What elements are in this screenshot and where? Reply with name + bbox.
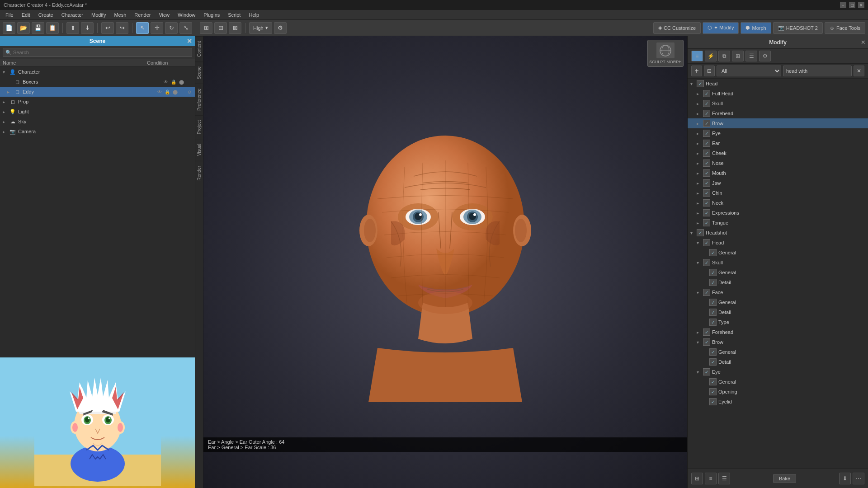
morph-item-hs-brow[interactable]: ▾ Brow (688, 337, 868, 347)
settings-button[interactable]: ⚙ (274, 22, 287, 34)
rp-bottom-menu-icon[interactable]: ☰ (718, 473, 730, 484)
morph-item-head[interactable]: ▾ Head (688, 79, 868, 89)
morph-item-brow[interactable]: ▸ Brow (688, 118, 868, 128)
menu-script[interactable]: Script (224, 11, 244, 19)
lock-icon[interactable]: 🔒 (164, 89, 171, 94)
scene-item-prop[interactable]: ▸ ◻ Prop (0, 97, 195, 107)
scene-item-light[interactable]: ▸ 💡 Light (0, 107, 195, 117)
morph-search-clear[interactable]: ✕ (854, 66, 864, 76)
menu-file[interactable]: File (2, 11, 17, 19)
rp-bottom-bars-icon[interactable]: ≡ (705, 473, 717, 484)
morph-item-full-head[interactable]: ▸ Full Head (688, 89, 868, 99)
menu-modify[interactable]: Modify (88, 11, 109, 19)
morph-item-hs-face-type[interactable]: Type (688, 317, 868, 327)
morph-check-nose[interactable] (703, 160, 710, 167)
scene-tab[interactable]: Scene (195, 61, 203, 84)
import-button[interactable]: ⬆ (66, 22, 79, 34)
save-button[interactable]: 💾 (32, 22, 44, 34)
morph-item-chin[interactable]: ▸ Chin (688, 188, 868, 198)
morph-item-hs-head[interactable]: ▾ Head (688, 238, 868, 248)
morph-check-ear[interactable] (703, 140, 710, 147)
menu-create[interactable]: Create (35, 11, 57, 19)
morph-check-hs-eye-general[interactable] (709, 378, 717, 385)
visibility-icon[interactable]: 👁 (163, 80, 169, 84)
morph-check-skull[interactable] (703, 100, 710, 107)
scene-item-character[interactable]: ▾ 👤 Character (0, 67, 195, 77)
rp-bottom-list-icon[interactable]: ⊞ (691, 473, 703, 484)
morph-check-hs-face-type[interactable] (709, 319, 717, 326)
morph-item-hs-face-general[interactable]: General (688, 297, 868, 307)
color-icon[interactable]: ⬤ (178, 80, 185, 84)
morph-item-hs-head-general[interactable]: General (688, 248, 868, 258)
grid-button[interactable]: ⊠ (229, 22, 241, 34)
rp-squares-icon[interactable]: ⊞ (732, 51, 744, 61)
menu-help[interactable]: Help (245, 11, 263, 19)
bake-button[interactable]: Bake (773, 474, 796, 483)
preference-tab[interactable]: Preference (195, 84, 203, 115)
morph-check-mouth[interactable] (703, 169, 710, 177)
quality-dropdown[interactable]: High ▾ (249, 22, 272, 34)
morph-check-hs-brow-detail[interactable] (709, 358, 717, 366)
render-tab[interactable]: Render (195, 161, 203, 185)
rp-gear-icon[interactable]: ⚙ (759, 51, 771, 61)
right-panel-close[interactable]: ✕ (861, 39, 865, 46)
morph-item-tongue[interactable]: ▸ Tongue (688, 218, 868, 228)
morph-check-tongue[interactable] (703, 219, 710, 226)
rp-import-button[interactable]: ⬇ (839, 473, 851, 484)
color-icon[interactable]: ⬤ (172, 89, 179, 94)
scene-item-sky[interactable]: ▸ ☁ Sky (0, 117, 195, 127)
morph-item-skull[interactable]: ▸ Skull (688, 99, 868, 108)
undo-button[interactable]: ↩ (101, 22, 114, 34)
morph-check-hs-forehead[interactable] (703, 328, 710, 336)
morph-item-hs-eye[interactable]: ▾ Eye (688, 367, 868, 377)
face-tools-button[interactable]: ☺ Face Tools (825, 22, 865, 34)
scale-tool[interactable]: ⤡ (179, 22, 192, 34)
morph-item-headshot[interactable]: ▾ Headshot (688, 228, 868, 238)
more-icon[interactable]: ⋯ (186, 80, 192, 84)
menu-edit[interactable]: Edit (18, 11, 34, 19)
menu-window[interactable]: Window (174, 11, 199, 19)
rp-export-button[interactable]: ⋯ (853, 473, 864, 484)
morph-check-hs-brow-general[interactable] (709, 348, 717, 356)
modify-button[interactable]: ⬡ ✦ Modify (703, 22, 739, 34)
morph-item-hs-brow-detail[interactable]: Detail (688, 357, 868, 367)
morph-check-hs-skull[interactable] (703, 259, 710, 266)
save-as-button[interactable]: 📋 (46, 22, 59, 34)
morph-filter-button[interactable]: ⊟ (704, 66, 715, 76)
morph-add-button[interactable]: + (691, 66, 702, 76)
morph-item-hs-brow-general[interactable]: General (688, 347, 868, 357)
scene-search-input[interactable] (3, 48, 192, 57)
rp-list-icon[interactable]: ≡ (691, 51, 703, 61)
morph-item-hs-eye-opening[interactable]: Opening (688, 387, 868, 397)
morph-check-cheek[interactable] (703, 150, 710, 157)
morph-item-jaw[interactable]: ▸ Jaw (688, 178, 868, 188)
viewport[interactable]: SCULPT MORPH Ear > Angle > Ear Outer Ang… (203, 36, 687, 488)
morph-check-hs-skull-detail[interactable] (709, 279, 717, 286)
morph-check-expressions[interactable] (703, 209, 710, 216)
align-button[interactable]: ⊞ (200, 22, 212, 34)
more-icon[interactable]: ⋯ (179, 89, 186, 94)
visual-tab[interactable]: Visual (195, 139, 203, 160)
cc-customize-button[interactable]: ◈ CC Customize (653, 22, 701, 34)
menu-plugins[interactable]: Plugins (200, 11, 223, 19)
morph-item-hs-skull-general[interactable]: General (688, 267, 868, 277)
morph-check-hs-face-general[interactable] (709, 299, 717, 306)
maximize-button[interactable]: □ (849, 2, 855, 8)
menu-character[interactable]: Character (58, 11, 87, 19)
close-button[interactable]: × (858, 2, 864, 8)
morph-check-brow[interactable] (703, 120, 710, 127)
morph-item-ear[interactable]: ▸ Ear (688, 138, 868, 148)
extra-icon[interactable]: ⊙ (187, 89, 192, 94)
morph-check-hs-head-general[interactable] (709, 249, 717, 256)
morph-item-hs-eye-eyelid[interactable]: Eyelid (688, 397, 868, 407)
minimize-button[interactable]: − (840, 2, 846, 8)
redo-button[interactable]: ↪ (116, 22, 128, 34)
visibility-icon[interactable]: 👁 (156, 89, 163, 94)
morph-check-hs-brow[interactable] (703, 338, 710, 346)
menu-render[interactable]: Render (131, 11, 154, 19)
morph-item-hs-face-detail[interactable]: Detail (688, 307, 868, 317)
scene-panel-close[interactable]: ✕ (187, 38, 192, 45)
rp-grid-icon[interactable]: ⧉ (718, 51, 730, 61)
morph-check-jaw[interactable] (703, 179, 710, 187)
morph-item-eye[interactable]: ▸ Eye (688, 128, 868, 138)
